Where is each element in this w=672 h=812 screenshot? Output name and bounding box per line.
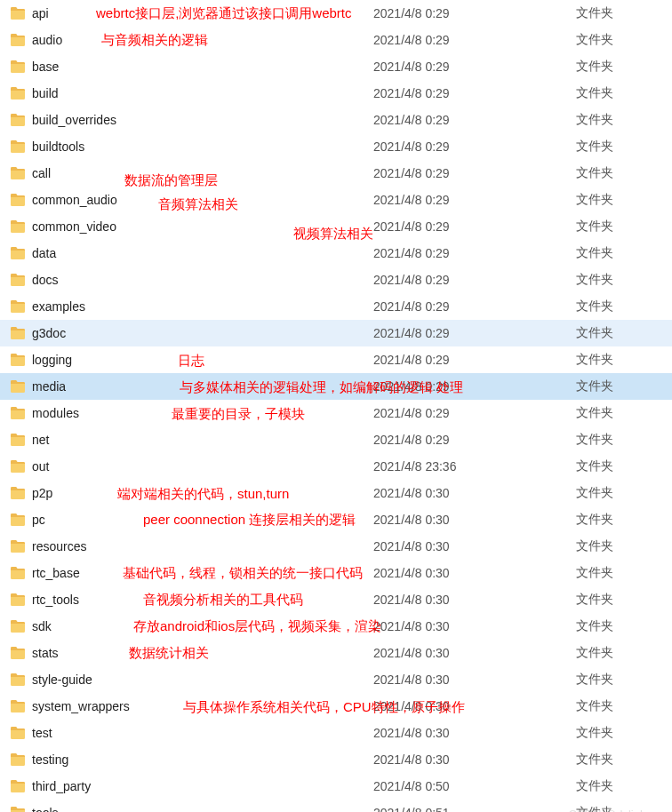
item-type: 文件夹 <box>576 325 665 341</box>
folder-row[interactable]: common_audio2021/4/8 0:29文件夹 <box>0 187 672 213</box>
folder-icon <box>11 753 25 766</box>
folder-row[interactable]: pc2021/4/8 0:30文件夹 <box>0 506 672 533</box>
icon-cell <box>11 380 32 393</box>
icon-cell <box>11 327 32 339</box>
folder-row[interactable]: common_video2021/4/8 0:29文件夹 <box>0 213 672 240</box>
folder-icon <box>11 807 25 812</box>
folder-row[interactable]: system_wrappers2021/4/8 0:30文件夹 <box>0 693 672 720</box>
icon-cell <box>11 780 32 792</box>
icon-cell <box>11 407 32 419</box>
item-type: 文件夹 <box>576 698 665 714</box>
folder-row[interactable]: base2021/4/8 0:29文件夹 <box>0 53 672 80</box>
modified-date: 2021/4/8 0:29 <box>373 86 576 100</box>
modified-date: 2021/4/8 0:29 <box>373 406 576 420</box>
item-type: 文件夹 <box>576 139 665 155</box>
folder-row[interactable]: audio2021/4/8 0:29文件夹 <box>0 27 672 53</box>
icon-cell <box>11 460 32 473</box>
folder-name: rtc_tools <box>32 593 373 607</box>
file-list: api2021/4/8 0:29文件夹audio2021/4/8 0:29文件夹… <box>0 0 672 812</box>
folder-icon <box>11 87 25 100</box>
modified-date: 2021/4/8 0:29 <box>373 193 576 207</box>
folder-name: api <box>32 6 373 20</box>
folder-row[interactable]: call2021/4/8 0:29文件夹 <box>0 160 672 187</box>
folder-row[interactable]: modules2021/4/8 0:29文件夹 <box>0 400 672 426</box>
item-type: 文件夹 <box>576 192 665 208</box>
modified-date: 2021/4/8 0:29 <box>373 326 576 340</box>
item-type: 文件夹 <box>576 405 665 421</box>
folder-row[interactable]: rtc_tools2021/4/8 0:30文件夹 <box>0 586 672 613</box>
item-type: 文件夹 <box>576 618 665 634</box>
folder-name: buildtools <box>32 139 373 154</box>
icon-cell <box>11 647 32 659</box>
folder-row[interactable]: examples2021/4/8 0:29文件夹 <box>0 293 672 320</box>
folder-icon <box>11 220 25 233</box>
folder-icon <box>11 700 25 712</box>
folder-row[interactable]: third_party2021/4/8 0:50文件夹 <box>0 773 672 800</box>
folder-row[interactable]: data2021/4/8 0:29文件夹 <box>0 240 672 267</box>
icon-cell <box>11 7 32 20</box>
item-type: 文件夹 <box>576 59 665 75</box>
folder-row[interactable]: build2021/4/8 0:29文件夹 <box>0 80 672 107</box>
icon-cell <box>11 700 32 712</box>
icon-cell <box>11 434 32 446</box>
folder-row[interactable]: build_overrides2021/4/8 0:29文件夹 <box>0 107 672 133</box>
item-type: 文件夹 <box>576 32 665 48</box>
folder-icon <box>11 567 25 579</box>
folder-row[interactable]: net2021/4/8 0:29文件夹 <box>0 426 672 453</box>
folder-row[interactable]: docs2021/4/8 0:29文件夹 <box>0 267 672 293</box>
folder-icon <box>11 407 25 419</box>
item-type: 文件夹 <box>576 5 665 21</box>
folder-icon <box>11 593 25 606</box>
folder-name: examples <box>32 299 373 314</box>
icon-cell <box>11 620 32 633</box>
modified-date: 2021/4/8 0:51 <box>373 806 576 812</box>
folder-row[interactable]: style-guide2021/4/8 0:30文件夹 <box>0 666 672 693</box>
icon-cell <box>11 114 32 126</box>
modified-date: 2021/4/8 0:29 <box>373 60 576 74</box>
folder-icon <box>11 460 25 473</box>
item-type: 文件夹 <box>576 272 665 288</box>
folder-name: system_wrappers <box>32 699 373 713</box>
item-type: 文件夹 <box>576 299 665 314</box>
folder-icon <box>11 354 25 366</box>
item-type: 文件夹 <box>576 725 665 741</box>
folder-row[interactable]: stats2021/4/8 0:30文件夹 <box>0 640 672 666</box>
folder-row[interactable]: g3doc2021/4/8 0:29文件夹 <box>0 320 672 346</box>
watermark: CSDN @dvlinker <box>569 808 656 812</box>
folder-row[interactable]: resources2021/4/8 0:30文件夹 <box>0 533 672 560</box>
folder-row[interactable]: logging2021/4/8 0:29文件夹 <box>0 346 672 373</box>
folder-row[interactable]: p2p2021/4/8 0:30文件夹 <box>0 480 672 506</box>
folder-icon <box>11 7 25 20</box>
folder-icon <box>11 140 25 153</box>
folder-name: build <box>32 86 373 100</box>
icon-cell <box>11 753 32 766</box>
icon-cell <box>11 567 32 579</box>
folder-row[interactable]: test2021/4/8 0:30文件夹 <box>0 720 672 746</box>
icon-cell <box>11 540 32 553</box>
folder-name: common_video <box>32 219 373 234</box>
item-type: 文件夹 <box>576 219 665 235</box>
modified-date: 2021/4/8 0:30 <box>373 699 576 713</box>
icon-cell <box>11 247 32 259</box>
modified-date: 2021/4/8 0:29 <box>373 113 576 127</box>
item-type: 文件夹 <box>576 245 665 261</box>
folder-row[interactable]: media2021/4/8 0:29文件夹 <box>0 373 672 400</box>
modified-date: 2021/4/8 0:29 <box>373 299 576 314</box>
folder-name: call <box>32 166 373 180</box>
folder-row[interactable]: sdk2021/4/8 0:30文件夹 <box>0 613 672 640</box>
item-type: 文件夹 <box>576 565 665 581</box>
icon-cell <box>11 220 32 233</box>
icon-cell <box>11 300 32 313</box>
folder-row[interactable]: out2021/4/8 23:36文件夹 <box>0 453 672 480</box>
folder-row[interactable]: rtc_base2021/4/8 0:30文件夹 <box>0 560 672 586</box>
item-type: 文件夹 <box>576 85 665 101</box>
modified-date: 2021/4/8 0:29 <box>373 139 576 154</box>
folder-row[interactable]: testing2021/4/8 0:30文件夹 <box>0 746 672 773</box>
folder-row[interactable]: api2021/4/8 0:29文件夹 <box>0 0 672 27</box>
modified-date: 2021/4/8 0:30 <box>373 726 576 740</box>
icon-cell <box>11 727 32 739</box>
modified-date: 2021/4/8 0:30 <box>373 619 576 633</box>
folder-icon <box>11 300 25 313</box>
folder-name: net <box>32 433 373 447</box>
folder-row[interactable]: buildtools2021/4/8 0:29文件夹 <box>0 133 672 160</box>
